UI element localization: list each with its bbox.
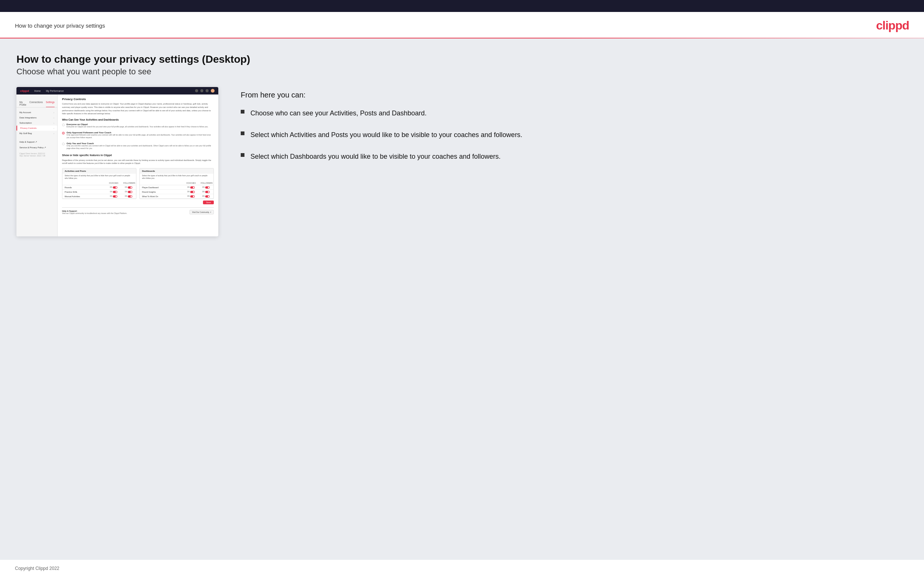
mock-radio-group: Everyone on Clippd Everyone on Clippd ca… — [62, 123, 214, 150]
bullet-text-3: Select which Dashboards you would like t… — [250, 152, 501, 161]
mock-toggle-drills-coaches — [113, 191, 117, 193]
mock-help-text-group: Help & Support Visit our Clippd communit… — [62, 210, 127, 214]
mock-activities-table: Activities and Posts Select the types of… — [62, 168, 136, 199]
content-row: clippd Home My Performance My — [16, 87, 908, 236]
mock-save-btn: Save — [203, 201, 214, 204]
bullet-text-1: Choose who can see your Activities, Post… — [250, 108, 426, 118]
logo: clippd — [876, 19, 909, 32]
mock-row-what-to-work: What To Work On ON ON — [140, 194, 213, 199]
mock-radio-text-only-you: Only You and Your Coach Only you and the… — [66, 142, 214, 150]
mock-dashboards-cols: COACHES FOLLOWERS — [140, 181, 213, 185]
mock-topbar: clippd Home My Performance — [16, 87, 218, 95]
mock-radio-text-everyone: Everyone on Clippd Everyone on Clippd ca… — [66, 123, 214, 129]
mock-sidebar-tabs: My Profile Connections Settings — [16, 97, 57, 108]
mock-logo: clippd — [20, 89, 29, 93]
footer-text: Copyright Clippd 2022 — [15, 566, 60, 571]
mock-who-can-see-title: Who Can See Your Activities and Dashboar… — [62, 118, 214, 121]
mock-toggle-whatwork-coaches — [190, 195, 195, 198]
mock-sidebar-account: My Account› — [16, 110, 57, 115]
mock-dashboards-header: Dashboards — [140, 168, 213, 174]
main-content: How to change your privacy settings (Des… — [0, 39, 924, 560]
mock-show-hide-desc: Regardless of the privacy controls that … — [62, 159, 214, 166]
mock-toggle-roundins-followers — [205, 191, 210, 193]
mock-toggle-roundins-coaches — [190, 191, 195, 193]
mock-save-row: Save — [62, 199, 214, 206]
mock-help-btn: Visit Our Community ↗ — [189, 210, 214, 214]
mock-row-player-dashboard: Player Dashboard ON ON — [140, 185, 213, 190]
mock-radio-followers: Only Approved Followers and Your Coach O… — [62, 131, 214, 139]
header: How to change your privacy settings clip… — [0, 12, 924, 38]
mock-dashboards-table: Dashboards Select the types of activity … — [139, 168, 214, 199]
mock-tab-settings: Settings — [46, 100, 55, 107]
from-here-title: From here you can: — [241, 91, 908, 99]
mock-radio-everyone: Everyone on Clippd Everyone on Clippd ca… — [62, 123, 214, 129]
list-item: Select which Activities and Posts you wo… — [241, 130, 908, 140]
top-bar — [0, 0, 924, 12]
mock-nav-icons — [195, 89, 215, 93]
mock-radio-only-you: Only You and Your Coach Only you and the… — [62, 142, 214, 150]
mock-tab-profile: My Profile — [19, 100, 26, 107]
mock-sidebar-golfbag: My Golf Bag› — [16, 131, 57, 136]
header-title: How to change your privacy settings — [15, 23, 105, 29]
mock-row-rounds: Rounds ON ON — [62, 185, 136, 190]
mock-sidebar-service: Service & Privacy Policy ↗ — [16, 145, 57, 150]
mock-nav-home: Home — [34, 90, 41, 92]
list-item: Select which Dashboards you would like t… — [241, 152, 908, 161]
footer: Copyright Clippd 2022 — [0, 560, 924, 577]
mock-sidebar: My Profile Connections Settings My Accou… — [16, 95, 58, 236]
mock-avatar — [211, 89, 215, 93]
mock-toggle-manual-followers — [128, 195, 132, 198]
bullet-text-2: Select which Activities and Posts you wo… — [250, 130, 522, 140]
mock-panel-desc: Control how you and your data appears to… — [62, 102, 214, 115]
mock-nav-perf: My Performance — [46, 90, 64, 92]
mock-activities-sub: Select the types of activity that you'd … — [62, 174, 136, 181]
mock-tab-connections: Connections — [29, 100, 43, 107]
bullet-icon-3 — [241, 153, 244, 157]
mock-row-round-insights: Round Insights ON ON — [140, 190, 213, 194]
mock-radio-text-followers: Only Approved Followers and Your Coach O… — [66, 131, 214, 139]
page-heading: How to change your privacy settings (Des… — [16, 53, 908, 65]
mock-radio-circle-everyone — [62, 124, 65, 126]
list-item: Choose who can see your Activities, Post… — [241, 108, 908, 118]
mock-version: Clippd Client Version: 2022.8.2SQL Serve… — [16, 150, 57, 159]
mock-row-manual: Manual Activities ON ON — [62, 194, 136, 199]
mockup: clippd Home My Performance My — [16, 87, 218, 236]
mock-panel-title: Privacy Controls — [62, 97, 214, 101]
mock-sidebar-help: Help & Support ↗ — [16, 139, 57, 145]
mock-toggle-whatwork-followers — [205, 195, 210, 198]
mock-activities-header: Activities and Posts — [62, 168, 136, 174]
mock-bell-icon — [205, 89, 208, 92]
mock-sidebar-subscription: Subscription› — [16, 120, 57, 126]
mock-dashboards-sub: Select the types of activity that you'd … — [140, 174, 213, 181]
mock-show-hide-title: Show or hide specific features in Clippd — [62, 154, 214, 156]
bullet-icon-1 — [241, 110, 244, 114]
mockup-container: clippd Home My Performance My — [16, 87, 218, 236]
mock-help-sub: Visit our Clippd community to troublesho… — [62, 212, 127, 214]
mock-help-row: Help & Support Visit our Clippd communit… — [62, 207, 214, 215]
mock-sidebar-data: Data Integrations› — [16, 115, 57, 120]
mock-body: My Profile Connections Settings My Accou… — [16, 95, 218, 236]
mock-panel: Privacy Controls Control how you and you… — [58, 95, 218, 236]
mock-toggle-playerdash-coaches — [190, 186, 195, 189]
mock-row-drills: Practice Drills ON ON — [62, 190, 136, 194]
mock-sidebar-privacy: Privacy Controls› — [16, 126, 57, 131]
mock-toggle-rounds-coaches — [113, 186, 117, 189]
bullet-icon-2 — [241, 131, 244, 135]
mock-activities-cols: COACHES FOLLOWERS — [62, 181, 136, 185]
mock-search-icon — [195, 89, 198, 92]
mock-tables-row: Activities and Posts Select the types of… — [62, 168, 214, 199]
mock-toggle-playerdash-followers — [205, 186, 210, 189]
bullet-list: Choose who can see your Activities, Post… — [241, 108, 908, 161]
right-column: From here you can: Choose who can see yo… — [241, 87, 908, 161]
mock-toggle-rounds-followers — [128, 186, 132, 189]
mock-radio-circle-followers — [62, 132, 65, 134]
page-subheading: Choose what you want people to see — [16, 67, 908, 77]
mock-grid-icon — [200, 89, 204, 92]
mock-toggle-drills-followers — [128, 191, 132, 193]
mock-toggle-manual-coaches — [113, 195, 117, 198]
mock-radio-circle-only-you — [62, 143, 65, 145]
